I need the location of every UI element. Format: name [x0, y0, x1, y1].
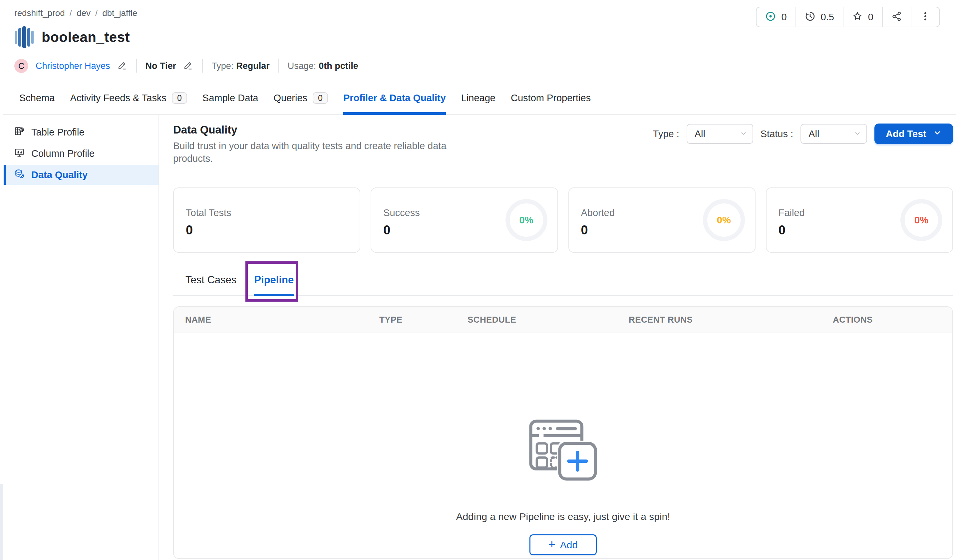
- chevron-down-icon: [740, 129, 747, 140]
- share-icon: [892, 11, 902, 23]
- tab-queries[interactable]: Queries0: [274, 83, 328, 114]
- aborted-card: Aborted 0 0%: [568, 187, 756, 253]
- failed-percent-ring: 0%: [900, 199, 942, 241]
- usage-value: 0th pctile: [319, 61, 358, 71]
- star-icon: [852, 11, 863, 23]
- section-heading: Data Quality: [173, 124, 486, 136]
- status-filter-value: All: [808, 129, 819, 140]
- tab-schema[interactable]: Schema: [19, 83, 55, 114]
- chevron-down-icon: [854, 129, 861, 140]
- sidebar-item-column-profile[interactable]: Column Profile: [3, 143, 159, 164]
- success-card: Success 0 0%: [371, 187, 558, 253]
- pencil-icon: [183, 60, 193, 72]
- column-header-schedule: SCHEDULE: [467, 315, 629, 325]
- column-profile-icon: [14, 147, 25, 160]
- page: 0 0.5 0 redshift_prod /: [0, 0, 956, 560]
- status-filter-label: Status :: [761, 129, 793, 140]
- card-label: Total Tests: [186, 208, 347, 219]
- tab-profiler-data-quality[interactable]: Profiler & Data Quality: [343, 83, 446, 114]
- quality-sub-tabs: Test Cases Pipeline: [173, 269, 953, 296]
- edit-tier-button[interactable]: [183, 60, 193, 72]
- aborted-percent-ring: 0%: [703, 199, 745, 241]
- sidebar-item-label: Column Profile: [31, 148, 94, 159]
- plus-icon: +: [549, 538, 555, 551]
- breadcrumb-database[interactable]: dev: [77, 8, 91, 18]
- left-rail: [0, 0, 3, 484]
- empty-state-message: Adding a new Pipeline is easy, just give…: [456, 511, 670, 522]
- version-history-icon: [805, 11, 816, 23]
- tab-pipeline[interactable]: Pipeline: [254, 269, 294, 295]
- tab-test-cases[interactable]: Test Cases: [186, 269, 236, 295]
- entity-stats-group: 0 0.5 0: [756, 7, 940, 27]
- version-button[interactable]: 0.5: [796, 7, 843, 27]
- tab-count-badge: 0: [172, 92, 187, 104]
- tier-label: No Tier: [146, 61, 176, 71]
- data-quality-intro: Data Quality Build trust in your data wi…: [173, 124, 486, 165]
- sidebar-item-data-quality[interactable]: Data Quality: [3, 165, 159, 185]
- status-filter-select[interactable]: All: [800, 124, 867, 144]
- tab-custom-properties[interactable]: Custom Properties: [511, 83, 591, 114]
- left-rail-scroll-track[interactable]: [0, 484, 3, 560]
- version-number: 0.5: [821, 12, 834, 23]
- table-profile-icon: [14, 126, 25, 139]
- type-filter-select[interactable]: All: [687, 124, 753, 144]
- breadcrumb-separator: /: [95, 8, 97, 18]
- type-filter-label: Type :: [653, 129, 679, 140]
- tab-lineage[interactable]: Lineage: [461, 83, 495, 114]
- tab-count-badge: 0: [313, 92, 328, 104]
- tab-activity-feeds[interactable]: Activity Feeds & Tasks0: [70, 83, 187, 114]
- chevron-down-icon: [933, 129, 942, 140]
- total-tests-card: Total Tests 0: [173, 187, 360, 253]
- pipeline-table: NAME TYPE SCHEDULE RECENT RUNS ACTIONS: [173, 306, 953, 559]
- conversations-button[interactable]: 0: [756, 7, 796, 27]
- pipeline-table-header: NAME TYPE SCHEDULE RECENT RUNS ACTIONS: [174, 307, 952, 333]
- divider: [202, 59, 203, 72]
- more-options-button[interactable]: [911, 7, 939, 27]
- tab-sample-data[interactable]: Sample Data: [203, 83, 258, 114]
- pencil-icon: [117, 60, 127, 72]
- breadcrumb-schema[interactable]: dbt_jaffle: [102, 8, 137, 18]
- edit-owner-button[interactable]: [117, 60, 127, 72]
- share-button[interactable]: [883, 7, 911, 27]
- type-filter-value: All: [695, 129, 705, 140]
- type-value: Regular: [236, 61, 270, 71]
- add-placeholder-icon: [528, 419, 599, 485]
- kebab-menu-icon: [920, 11, 931, 23]
- column-header-actions: ACTIONS: [833, 315, 952, 325]
- data-quality-icon: [14, 168, 25, 181]
- profiler-sidebar: Table Profile Column Profile Data Qualit…: [3, 115, 159, 560]
- column-header-recent-runs: RECENT RUNS: [629, 315, 833, 325]
- divider: [278, 59, 279, 72]
- owner-avatar[interactable]: C: [14, 59, 28, 73]
- success-percent-ring: 0%: [505, 199, 547, 241]
- star-count: 0: [868, 12, 873, 23]
- entity-tab-bar: Schema Activity Feeds & Tasks0 Sample Da…: [3, 83, 956, 115]
- table-entity-icon: [15, 26, 34, 48]
- add-pipeline-button[interactable]: + Add: [530, 534, 597, 555]
- card-value: 0: [186, 223, 347, 238]
- sidebar-item-label: Data Quality: [31, 170, 88, 181]
- usage-meta: Usage:0th pctile: [288, 61, 358, 71]
- breadcrumb-service[interactable]: redshift_prod: [14, 8, 65, 18]
- pipeline-empty-state: Adding a new Pipeline is easy, just give…: [174, 333, 952, 558]
- star-button[interactable]: 0: [843, 7, 883, 27]
- column-header-type: TYPE: [379, 315, 467, 325]
- breadcrumb-separator: /: [69, 8, 72, 18]
- failed-card: Failed 0 0%: [766, 187, 953, 253]
- sidebar-item-table-profile[interactable]: Table Profile: [3, 122, 159, 142]
- page-title: boolean_test: [42, 29, 130, 45]
- conversations-count: 0: [781, 12, 786, 23]
- sidebar-item-label: Table Profile: [31, 127, 85, 138]
- add-test-button[interactable]: Add Test: [874, 124, 953, 144]
- section-description: Build trust in your data with quality te…: [173, 140, 486, 165]
- owner-link[interactable]: Christopher Hayes: [36, 61, 110, 71]
- column-header-name: NAME: [185, 315, 379, 325]
- target-icon: [765, 11, 776, 23]
- type-meta: Type:Regular: [211, 61, 270, 71]
- divider: [136, 59, 137, 72]
